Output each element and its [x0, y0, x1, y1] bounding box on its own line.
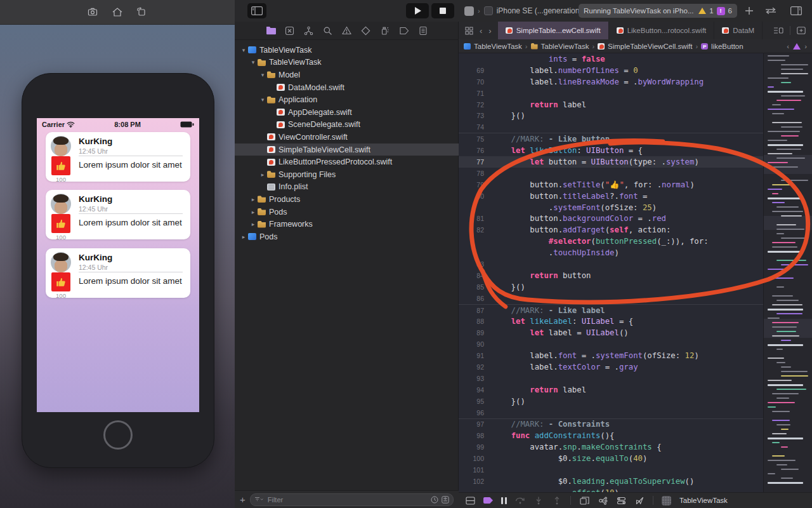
- file-tree-item-pods[interactable]: ▸Pods: [235, 231, 459, 243]
- code-line-75[interactable]: 75 //MARK: - Like button: [459, 133, 763, 145]
- file-tree-item-application[interactable]: ▾Application: [235, 93, 459, 106]
- disclosure-chevron-icon[interactable]: ▾: [249, 59, 257, 65]
- environment-overrides-icon[interactable]: [616, 496, 626, 505]
- code-line-102[interactable]: 102 $0.leading.equalToSuperview(): [459, 476, 763, 487]
- screenshot-icon[interactable]: [87, 6, 100, 18]
- code-line-79[interactable]: 79 button.setTitle("👍", for: .normal): [459, 179, 763, 190]
- code-line-83[interactable]: 83: [459, 258, 763, 270]
- file-tree-item-viewcontroller-swift[interactable]: ViewController.swift: [235, 131, 459, 144]
- running-app-label[interactable]: TableViewTask: [679, 497, 728, 504]
- disclosure-chevron-icon[interactable]: ▸: [249, 196, 257, 203]
- code-line-74[interactable]: 74: [459, 121, 763, 133]
- code-line-97[interactable]: 97 //MARK: - Constraints: [459, 418, 763, 431]
- code-line-wrap[interactable]: .offset(10): [459, 487, 763, 492]
- breadcrumb-item[interactable]: SimpleTableViewCell.swift: [608, 43, 692, 50]
- project-navigator-icon[interactable]: [266, 25, 276, 36]
- disclosure-chevron-icon[interactable]: ▾: [259, 72, 266, 78]
- code-line-89[interactable]: 89 let label = UILabel(): [459, 327, 763, 338]
- like-button[interactable]: [51, 156, 70, 175]
- scm-status-filter-icon[interactable]: [442, 496, 449, 504]
- tab-overview-icon[interactable]: [465, 27, 473, 35]
- memory-graph-icon[interactable]: [598, 496, 608, 505]
- code-line-85[interactable]: 85 }(): [459, 281, 763, 293]
- breakpoint-navigator-icon[interactable]: [399, 25, 409, 36]
- add-editor-icon[interactable]: [797, 27, 806, 34]
- file-tree-item-info-plist[interactable]: Info.plist: [235, 181, 459, 194]
- file-tree-item-supporting-files[interactable]: ▸Supporting Files: [235, 168, 459, 181]
- minimap[interactable]: [763, 53, 812, 492]
- file-tree-item-tableviewtask[interactable]: ▾TableViewTask: [235, 44, 459, 57]
- library-add-button[interactable]: [742, 4, 756, 17]
- debug-area-toggle-icon[interactable]: [465, 496, 475, 505]
- code-line-94[interactable]: 94 return label: [459, 384, 763, 396]
- like-button[interactable]: [51, 272, 70, 291]
- code-line-71[interactable]: 71: [459, 88, 763, 99]
- file-tree-item-products[interactable]: ▸Products: [235, 193, 459, 206]
- code-line-72[interactable]: 72 return label: [459, 99, 763, 110]
- table-view-cell[interactable]: KurKing12:45 Uhr100Lorem ipsum dolor sit…: [46, 132, 190, 182]
- pause-button[interactable]: [501, 497, 507, 504]
- test-navigator-icon[interactable]: [361, 25, 371, 36]
- breadcrumb-item[interactable]: TableViewTask: [474, 43, 522, 50]
- recent-files-icon[interactable]: [431, 496, 438, 504]
- simulate-location-icon[interactable]: [634, 496, 645, 505]
- run-button[interactable]: [406, 3, 429, 18]
- code-line-77[interactable]: 77 let button = UIButton(type: .system): [459, 156, 763, 168]
- next-issue-button[interactable]: ›: [804, 43, 807, 50]
- breadcrumb-item[interactable]: TableViewTask: [541, 43, 589, 50]
- report-navigator-icon[interactable]: [418, 25, 428, 36]
- disclosure-chevron-icon[interactable]: ▾: [240, 47, 247, 53]
- file-tree-item-frameworks[interactable]: ▸Frameworks: [235, 218, 459, 231]
- editor-tab[interactable]: LikeButton...rotocol.swift: [609, 22, 715, 39]
- editor-tab[interactable]: SimpleTable...ewCell.swift: [498, 22, 609, 39]
- editor-tab[interactable]: DataM: [714, 22, 763, 39]
- file-tree-item-simpletableviewcell-swift[interactable]: SimpleTableViewCell.swift: [235, 144, 459, 156]
- code-line-69[interactable]: 69 label.numberOfLines = 0: [459, 65, 763, 76]
- file-tree-item-pods[interactable]: ▸Pods: [235, 206, 459, 218]
- code-line-86[interactable]: 86: [459, 293, 763, 304]
- activity-status[interactable]: Running TableViewTask on iPho... 1 ! 6: [579, 4, 737, 18]
- scheme-selector[interactable]: › iPhone SE (...generation): [464, 0, 582, 22]
- source-control-navigator-icon[interactable]: [285, 25, 295, 36]
- step-over-icon[interactable]: [515, 496, 525, 505]
- breadcrumb-item[interactable]: likeButton: [711, 43, 743, 50]
- stop-button[interactable]: [431, 3, 454, 18]
- code-line-91[interactable]: 91 label.font = .systemFont(ofSize: 12): [459, 350, 763, 361]
- code-line-wrap[interactable]: #selector(buttonPressed(_:)), for:: [459, 236, 763, 247]
- add-file-button[interactable]: +: [240, 494, 246, 505]
- rotate-icon[interactable]: [135, 6, 148, 18]
- issue-indicator-icon[interactable]: [793, 43, 801, 50]
- file-tree-item-tableviewtask[interactable]: ▾TableViewTask: [235, 57, 459, 69]
- find-navigator-icon[interactable]: [323, 25, 333, 36]
- code-line-81[interactable]: 81 button.backgroundColor = .red: [459, 213, 763, 224]
- symbol-navigator-icon[interactable]: [304, 25, 314, 36]
- code-line-100[interactable]: 100 $0.size.equalTo(40): [459, 453, 763, 464]
- code-line-95[interactable]: 95 }(): [459, 396, 763, 407]
- code-line-93[interactable]: 93: [459, 373, 763, 384]
- code-line-96[interactable]: 96: [459, 407, 763, 418]
- code-review-button[interactable]: [764, 4, 778, 17]
- home-icon[interactable]: [111, 6, 124, 18]
- like-button[interactable]: [51, 214, 70, 233]
- home-button[interactable]: [103, 420, 133, 450]
- code-line-101[interactable]: 101: [459, 464, 763, 476]
- code-line-wrap[interactable]: ints = false: [459, 53, 763, 65]
- step-into-icon[interactable]: [534, 496, 544, 505]
- issue-navigator-icon[interactable]: [342, 25, 352, 36]
- file-tree-item-datamodel-swift[interactable]: DataModel.swift: [235, 81, 459, 94]
- disclosure-chevron-icon[interactable]: ▸: [259, 171, 266, 178]
- code-line-98[interactable]: 98 func addConstraints(){: [459, 430, 763, 441]
- editor-options-icon[interactable]: [773, 27, 783, 34]
- code-line-wrap[interactable]: .touchUpInside): [459, 247, 763, 258]
- source-editor[interactable]: ints = false69 label.numberOfLines = 070…: [459, 53, 812, 492]
- disclosure-chevron-icon[interactable]: ▸: [249, 209, 257, 215]
- navigator-toggle-button[interactable]: [247, 3, 266, 18]
- file-tree-item-likebuttonpressedprotocol-swift[interactable]: LikeButtonPressedProtocol.swift: [235, 156, 459, 168]
- table-view-cell[interactable]: KurKing12:45 Uhr100Lorem ipsum dolor sit…: [46, 248, 190, 298]
- code-line-92[interactable]: 92 label.textColor = .gray: [459, 361, 763, 373]
- code-line-87[interactable]: 87 //MARK: - Like label: [459, 304, 763, 316]
- debug-navigator-icon[interactable]: [380, 25, 390, 36]
- breakpoints-toggle-icon[interactable]: [483, 497, 493, 504]
- filter-input[interactable]: [266, 495, 428, 504]
- code-line-82[interactable]: 82 button.addTarget(self, action:: [459, 224, 763, 236]
